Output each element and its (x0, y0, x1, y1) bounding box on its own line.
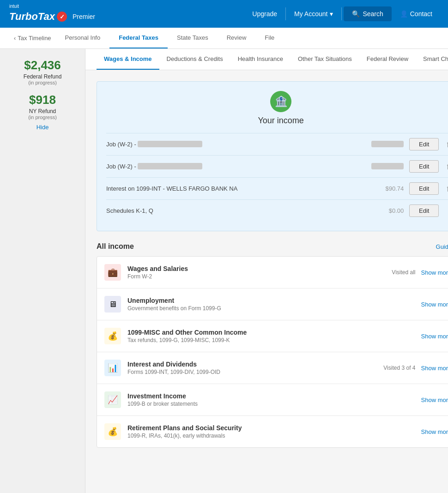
interest-visited: Visited 3 of 4 (383, 365, 415, 371)
blurred-name-1 (138, 141, 202, 147)
blurred-amount-1 (371, 141, 404, 147)
back-chevron-icon: ‹ (14, 35, 16, 42)
tab-federal-review[interactable]: Federal Review (359, 49, 416, 70)
income-row-job1-label: Job (W-2) - (106, 141, 361, 148)
my-account-button[interactable]: My Account ▾ (288, 7, 339, 20)
wages-desc: Form W-2 (127, 273, 385, 280)
edit-schedules-button[interactable]: Edit (409, 204, 439, 217)
misc-name: 1099-MISC and Other Common Income (127, 329, 409, 336)
main-layout: $2,436 Federal Refund (in progress) $918… (0, 49, 448, 493)
misc-right: Show more ∨ (416, 333, 448, 340)
main-content: Wages & Income Deductions & Credits Heal… (85, 49, 448, 493)
list-item-investment: 📈 Investment Income 1099-B or broker sta… (97, 384, 448, 416)
list-item-unemployment: 🖥 Unemployment Government benefits on Fo… (97, 289, 448, 320)
misc-show-more[interactable]: Show more ∨ (421, 333, 448, 340)
nav-right: Upgrade My Account ▾ 🔍 Search 👤 Contact (246, 6, 439, 21)
investment-right: Show more ∨ (416, 397, 448, 403)
upgrade-button[interactable]: Upgrade (246, 7, 284, 20)
edit-job2-button[interactable]: Edit (409, 160, 439, 173)
unemployment-info: Unemployment Government benefits on Form… (127, 297, 409, 312)
retirement-right: Show more ∨ (416, 428, 448, 435)
investment-name: Investment Income (127, 392, 409, 400)
guide-me-link[interactable]: Guide me › (436, 243, 448, 250)
income-card-title: Your income (258, 116, 303, 126)
wages-icon: 💼 (104, 264, 121, 281)
tab-smart-check[interactable]: Smart Check (416, 49, 448, 70)
interest-show-more[interactable]: Show more ∨ (421, 365, 448, 372)
income-row-job2-amount (367, 163, 404, 170)
turbotax-logo: TurboTax ✓ Premier (9, 11, 95, 23)
income-row-schedules-label: Schedules K-1, Q (106, 207, 361, 214)
income-row-interest: Interest on 1099-INT - WELLS FARGO BANK … (106, 177, 448, 199)
misc-icon: 💰 (104, 328, 121, 344)
bank-icon: 🏦 (275, 96, 287, 108)
sub-nav-federal-taxes[interactable]: Federal Taxes (109, 28, 168, 48)
contact-button[interactable]: 👤 Contact (394, 7, 439, 20)
income-row-interest-label: Interest on 1099-INT - WELLS FARGO BANK … (106, 185, 361, 192)
unemployment-show-more[interactable]: Show more ∨ (421, 301, 448, 308)
blurred-amount-2 (371, 163, 404, 169)
checkmark-badge: ✓ (57, 12, 67, 22)
search-button[interactable]: 🔍 Search (344, 6, 391, 21)
tax-timeline-label: Tax Timeline (18, 35, 51, 42)
wages-right: Visited all Show more ∨ (392, 269, 448, 276)
all-income-title: All income (97, 242, 134, 251)
logo-area: intuit TurboTax ✓ Premier (9, 5, 95, 23)
retirement-show-more[interactable]: Show more ∨ (421, 428, 448, 435)
income-list: 💼 Wages and Salaries Form W-2 Visited al… (97, 256, 448, 448)
all-income-header: All income Guide me › (97, 242, 448, 251)
contact-label: Contact (410, 10, 432, 18)
search-label: Search (363, 10, 383, 18)
wages-info: Wages and Salaries Form W-2 (127, 265, 385, 280)
sub-nav-state-taxes[interactable]: State Taxes (168, 28, 218, 48)
edit-interest-button[interactable]: Edit (409, 182, 439, 195)
top-navigation: intuit TurboTax ✓ Premier Upgrade My Acc… (0, 0, 448, 28)
intuit-label: intuit (9, 4, 19, 9)
tab-deductions-credits[interactable]: Deductions & Credits (159, 49, 230, 70)
retirement-icon: 💰 (104, 423, 121, 440)
income-row-job1-amount (367, 141, 404, 148)
delete-job2-icon[interactable]: 🗑 (444, 161, 448, 173)
sub-nav-personal-info[interactable]: Personal Info (56, 28, 110, 48)
tax-timeline-back[interactable]: ‹ Tax Timeline (9, 28, 56, 48)
interest-desc: Forms 1099-INT, 1099-DIV, 1099-OID (127, 369, 377, 375)
misc-info: 1099-MISC and Other Common Income Tax re… (127, 329, 409, 343)
unemployment-right: Show more ∨ (416, 301, 448, 308)
sidebar: $2,436 Federal Refund (in progress) $918… (0, 49, 85, 493)
interest-icon: 📊 (104, 360, 121, 376)
nav-divider-2 (341, 7, 342, 20)
turbotax-text: TurboTax (9, 11, 55, 23)
search-icon: 🔍 (352, 10, 360, 18)
contact-icon: 👤 (400, 10, 408, 18)
tab-health-insurance[interactable]: Health Insurance (230, 49, 291, 70)
interest-name: Interest and Dividends (127, 361, 377, 368)
sub-navigation: ‹ Tax Timeline Personal Info Federal Tax… (0, 28, 448, 49)
tab-wages-income[interactable]: Wages & Income (97, 49, 159, 70)
all-income-section: All income Guide me › 💼 Wages and Salari… (97, 242, 448, 448)
nav-divider (285, 7, 286, 20)
ny-refund-sublabel: (in progress) (7, 114, 78, 120)
investment-info: Investment Income 1099-B or broker state… (127, 392, 409, 407)
wages-name: Wages and Salaries (127, 265, 385, 272)
investment-show-more[interactable]: Show more ∨ (421, 397, 448, 403)
retirement-name: Retirement Plans and Social Security (127, 424, 409, 432)
ny-refund-label: NY Refund (7, 108, 78, 114)
interest-info: Interest and Dividends Forms 1099-INT, 1… (127, 361, 377, 375)
hide-link[interactable]: Hide (7, 124, 78, 131)
income-row-job1: Job (W-2) - Edit 🗑 (106, 133, 448, 155)
investment-desc: 1099-B or broker statements (127, 401, 409, 407)
delete-job1-icon[interactable]: 🗑 (444, 138, 448, 150)
income-icon: 🏦 (270, 91, 291, 112)
tab-other-tax[interactable]: Other Tax Situations (291, 49, 359, 70)
income-summary-card: 🏦 Your income Job (W-2) - Edit 🗑 (97, 81, 448, 231)
list-item-interest: 📊 Interest and Dividends Forms 1099-INT,… (97, 352, 448, 384)
federal-refund-label: Federal Refund (7, 73, 78, 80)
edit-job1-button[interactable]: Edit (409, 138, 439, 150)
wages-show-more[interactable]: Show more ∨ (421, 269, 448, 276)
sub-nav-file[interactable]: File (255, 28, 284, 48)
federal-refund-sublabel: (in progress) (7, 80, 78, 85)
chevron-down-icon: ▾ (330, 10, 333, 18)
sub-nav-review[interactable]: Review (218, 28, 256, 48)
delete-interest-icon[interactable]: 🗑 (444, 183, 448, 195)
section-tabs: Wages & Income Deductions & Credits Heal… (85, 49, 448, 70)
